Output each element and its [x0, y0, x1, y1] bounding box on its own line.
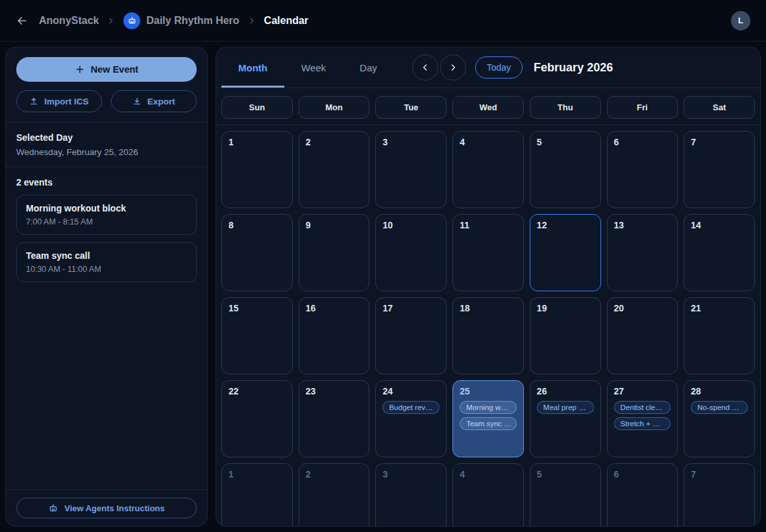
back-button[interactable] — [12, 10, 32, 31]
calendar-grid: 123456789101112131415161718192021222324B… — [216, 125, 760, 526]
event-chip[interactable]: No-spend … — [691, 401, 748, 414]
day-number: 25 — [460, 386, 517, 396]
event-chip[interactable]: Morning w… — [460, 401, 517, 414]
import-ics-label: Import ICS — [44, 97, 88, 106]
day-number: 16 — [306, 303, 363, 313]
day-number: 8 — [229, 220, 286, 230]
calendar-day-cell[interactable]: 2 — [299, 463, 370, 526]
calendar-day-cell[interactable]: 13 — [607, 214, 678, 291]
new-event-label: New Event — [91, 64, 138, 75]
sidebar-event-card[interactable]: Morning workout block7:00 AM - 8:15 AM — [16, 195, 197, 235]
calendar-day-cell[interactable]: 24Budget rev… — [375, 380, 447, 457]
calendar-day-cell[interactable]: 9 — [299, 214, 370, 291]
calendar-day-cell[interactable]: 25Morning w…Team sync … — [452, 380, 524, 457]
view-agents-instructions-button[interactable]: View Agents Instructions — [16, 498, 197, 518]
plus-icon — [75, 64, 85, 75]
calendar-day-cell[interactable]: 1 — [221, 463, 293, 526]
event-chip[interactable]: Meal prep … — [537, 401, 594, 414]
calendar-day-cell[interactable]: 6 — [607, 463, 678, 526]
day-number: 7 — [691, 137, 748, 147]
calendar-day-cell[interactable]: 10 — [375, 214, 447, 291]
day-of-week-header: Sat — [684, 96, 755, 119]
calendar-day-cell[interactable]: 4 — [452, 131, 524, 208]
calendar-day-cell[interactable]: 5 — [530, 131, 601, 208]
day-number: 6 — [614, 469, 671, 479]
day-number: 19 — [537, 303, 594, 313]
calendar-day-cell[interactable]: 16 — [299, 297, 370, 374]
export-button[interactable]: Export — [111, 90, 197, 112]
calendar-header: Month Week Day Today February 2026 — [216, 47, 760, 88]
sidebar-event-card[interactable]: Team sync call10:30 AM - 11:00 AM — [16, 242, 197, 282]
day-number: 13 — [614, 220, 671, 230]
day-number: 11 — [460, 220, 517, 230]
day-number: 3 — [382, 469, 439, 479]
calendar-day-cell[interactable]: 7 — [684, 131, 755, 208]
calendar-day-cell[interactable]: 5 — [530, 463, 601, 526]
sidebar-actions: New Event Import ICS Export — [6, 47, 207, 122]
arrow-left-icon — [16, 14, 29, 27]
calendar-day-cell[interactable]: 15 — [221, 297, 293, 374]
breadcrumb-item-app[interactable]: Daily Rhythm Hero — [123, 12, 239, 29]
tab-label: Week — [301, 62, 326, 73]
calendar-day-cell[interactable]: 23 — [299, 380, 370, 457]
tab-label: Day — [360, 62, 377, 73]
breadcrumb-label: Daily Rhythm Hero — [146, 15, 239, 27]
calendar-day-cell[interactable]: 21 — [684, 297, 755, 374]
selected-day-value: Wednesday, February 25, 2026 — [16, 147, 197, 157]
avatar[interactable]: L — [731, 11, 750, 30]
day-number: 23 — [306, 386, 363, 396]
event-time: 10:30 AM - 11:00 AM — [26, 265, 187, 274]
calendar-title: February 2026 — [534, 61, 613, 75]
calendar-day-cell[interactable]: 7 — [684, 463, 755, 526]
day-number: 4 — [460, 137, 517, 147]
calendar-day-cell[interactable]: 3 — [375, 131, 447, 208]
calendar-day-cell[interactable]: 22 — [221, 380, 293, 457]
calendar-day-headers: SunMonTueWedThuFriSat — [216, 88, 760, 125]
day-number: 22 — [229, 386, 286, 396]
event-chip[interactable]: Budget rev… — [382, 401, 439, 414]
new-event-button[interactable]: New Event — [16, 57, 197, 82]
next-month-button[interactable] — [440, 54, 466, 80]
day-number: 27 — [614, 386, 671, 396]
import-ics-button[interactable]: Import ICS — [16, 90, 102, 112]
calendar-day-cell[interactable]: 6 — [607, 131, 678, 208]
calendar-day-cell[interactable]: 11 — [452, 214, 524, 291]
calendar-day-cell[interactable]: 17 — [375, 297, 447, 374]
export-label: Export — [147, 97, 175, 106]
view-agents-instructions-label: View Agents Instructions — [64, 503, 165, 513]
calendar-day-cell[interactable]: 26Meal prep … — [530, 380, 601, 457]
day-number: 10 — [382, 220, 439, 230]
sidebar-events-list: Morning workout block7:00 AM - 8:15 AMTe… — [16, 195, 197, 282]
calendar-day-cell[interactable]: 28No-spend … — [684, 380, 755, 457]
calendar-day-cell[interactable]: 19 — [530, 297, 601, 374]
calendar-day-cell[interactable]: 12 — [530, 214, 601, 291]
event-chip[interactable]: Team sync … — [460, 417, 517, 430]
breadcrumb-item-anonystack[interactable]: AnonyStack — [39, 15, 99, 27]
event-chip[interactable]: Dentist cle… — [614, 401, 671, 414]
tab-month[interactable]: Month — [221, 47, 284, 88]
calendar-day-cell[interactable]: 1 — [221, 131, 293, 208]
events-count: 2 events — [16, 177, 197, 187]
breadcrumb-label: Calendar — [264, 15, 308, 27]
day-of-week-header: Fri — [607, 96, 678, 119]
calendar-day-cell[interactable]: 8 — [221, 214, 293, 291]
calendar-day-cell[interactable]: 27Dentist cle…Stretch + … — [607, 380, 678, 457]
breadcrumb-item-calendar: Calendar — [264, 15, 308, 27]
selected-day-label: Selected Day — [16, 132, 197, 143]
calendar-day-cell[interactable]: 20 — [607, 297, 678, 374]
event-chip[interactable]: Stretch + … — [614, 417, 671, 430]
tab-week[interactable]: Week — [284, 47, 343, 88]
day-of-week-header: Wed — [452, 96, 524, 119]
tab-day[interactable]: Day — [343, 47, 394, 88]
event-time: 7:00 AM - 8:15 AM — [26, 217, 187, 226]
calendar-nav — [412, 54, 466, 80]
calendar-day-cell[interactable]: 14 — [684, 214, 755, 291]
today-button[interactable]: Today — [475, 56, 523, 79]
calendar-day-cell[interactable]: 3 — [375, 463, 447, 526]
breadcrumb-label: AnonyStack — [39, 15, 99, 27]
prev-month-button[interactable] — [412, 54, 438, 80]
calendar-day-cell[interactable]: 4 — [452, 463, 524, 526]
calendar-day-cell[interactable]: 18 — [452, 297, 524, 374]
day-number: 2 — [306, 137, 363, 147]
calendar-day-cell[interactable]: 2 — [299, 131, 370, 208]
